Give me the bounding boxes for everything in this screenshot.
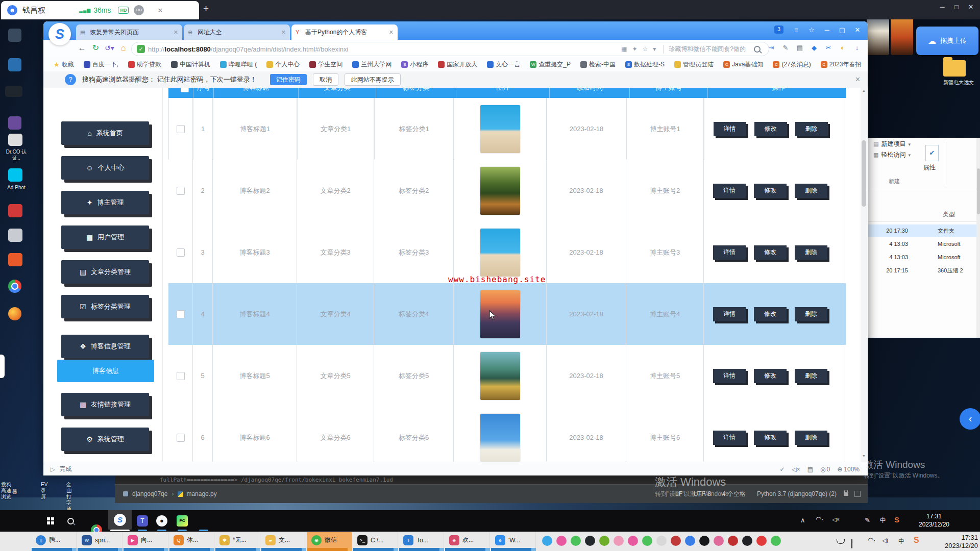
bookmark-item[interactable]: S小程序 (401, 60, 428, 69)
tray-app-icon[interactable] (571, 536, 581, 546)
file-row[interactable]: 4 13:03Microsoft (868, 238, 976, 250)
detail-button[interactable]: 详情 (713, 245, 746, 260)
edit-button[interactable]: 修改 (754, 307, 787, 321)
bookmark-item[interactable]: S数据处理-S (625, 60, 665, 69)
detail-button[interactable]: 详情 (713, 307, 746, 321)
download-icon[interactable]: ↓ (850, 44, 864, 52)
theme-icon[interactable]: ◐ (836, 44, 850, 52)
desktop-icon-drco[interactable] (8, 134, 22, 146)
firefox-desktop-icon[interactable] (8, 307, 21, 320)
detail-button[interactable]: 详情 (713, 369, 746, 383)
taskbar-app-4[interactable]: Q体... (169, 532, 214, 548)
sidebar-item-user[interactable]: ☺个人中心 (61, 156, 149, 180)
sidebar-item-system[interactable]: ⚙系统管理 (61, 428, 149, 451)
desktop-icon-adphot[interactable] (8, 168, 22, 182)
sidebar-item-article-category[interactable]: ▤文章分类管理 (61, 260, 149, 284)
app-window-strip[interactable] (169, 548, 214, 551)
bookmark-item[interactable]: 国家开放大 (438, 60, 477, 69)
sogou-browser-logo[interactable]: S (48, 23, 71, 45)
bookmark-item[interactable]: W查重提交_P (530, 60, 571, 69)
sogou-ime-icon[interactable]: S (894, 515, 899, 524)
tab-close-icon[interactable]: ✕ (174, 29, 178, 36)
speaker-tray-icon[interactable]: ◁) (882, 537, 888, 544)
detail-button[interactable]: 详情 (713, 431, 746, 445)
bookmark-item[interactable]: CJava基础知 (723, 60, 763, 69)
delete-button[interactable]: 删除 (795, 245, 827, 260)
tab-close-icon[interactable]: ✕ (281, 29, 286, 36)
detail-button[interactable]: 详情 (714, 122, 746, 136)
bookmark-item[interactable]: 个人中心 (266, 60, 300, 69)
scroll-up-icon[interactable]: ▲ (862, 89, 866, 92)
tray-app-icon[interactable] (685, 536, 695, 546)
app-window-strip[interactable] (78, 548, 122, 551)
taskbar-app-1[interactable]: ▯腾... (32, 532, 77, 548)
qr-code-icon[interactable]: ▦ (621, 45, 627, 53)
row-checkbox[interactable] (177, 372, 185, 380)
ru-badge[interactable]: RU (134, 5, 144, 15)
edge-slider-handle[interactable] (0, 355, 5, 378)
app-window-strip[interactable] (445, 548, 490, 551)
table-scrollbar[interactable]: ▲ ▼ (861, 88, 867, 462)
bookmark-item[interactable]: 哔哩哔哩 ( (220, 60, 257, 69)
reading-list-icon[interactable]: ▤ (793, 44, 807, 52)
sidebar-item-tag-category[interactable]: ☑标签分类管理 (61, 295, 149, 318)
taskbar-app-2[interactable]: Wspri... (78, 532, 122, 548)
edit-button[interactable]: 修改 (754, 431, 787, 445)
sidebar-item-users-grid[interactable]: ▦用户管理 (61, 226, 149, 249)
mute-icon[interactable]: ◁× (792, 466, 800, 473)
browser-tab[interactable]: ▤恢复异常关闭页面✕ (76, 24, 182, 40)
bookmark-item[interactable]: 文心一言 (487, 60, 520, 69)
tray-app-icon[interactable] (656, 536, 667, 546)
pycharm-taskbar-icon[interactable]: PC (177, 515, 188, 527)
new-session-tab-button[interactable]: + (203, 3, 209, 14)
delete-button[interactable]: 删除 (795, 431, 827, 445)
delete-button[interactable]: 删除 (795, 184, 827, 198)
app-window-strip[interactable] (491, 548, 536, 551)
tab-close-icon[interactable]: ✕ (389, 29, 394, 36)
tray-app-icon[interactable] (599, 536, 609, 546)
row-checkbox[interactable] (177, 125, 185, 133)
edit-button[interactable]: 修改 (754, 369, 787, 383)
host-taskbar-clock[interactable]: 17:31 2023/12/20 (935, 534, 978, 550)
favorites-icon[interactable]: ☆ (804, 26, 819, 34)
tray-app-icon[interactable] (628, 536, 638, 546)
maximize-icon[interactable]: □ (949, 3, 964, 11)
browser-tab[interactable]: ⊕网址大全✕ (184, 24, 290, 40)
bookmark-item[interactable]: 检索-中国 (580, 60, 616, 69)
properties-icon[interactable]: ✔ (925, 145, 939, 161)
tray-app-icon[interactable] (756, 536, 767, 546)
tray-app-icon[interactable] (742, 536, 752, 546)
print-icon[interactable]: ▤ (807, 466, 813, 473)
desktop-icon[interactable] (8, 58, 21, 71)
desktop-icon[interactable] (8, 29, 21, 42)
tray-app-icon[interactable] (771, 536, 781, 546)
chevron-down-icon[interactable]: ▾ (653, 45, 656, 53)
ime-indicator[interactable]: 中 (880, 516, 886, 525)
edit-icon[interactable]: ✎ (778, 44, 793, 52)
ad-block-counter[interactable]: ◎ 0 (820, 466, 830, 473)
breadcrumb-file[interactable]: manage.py (186, 490, 216, 497)
address-bar[interactable]: ✓ http://localhost:8080/djangoq07qe/admi… (131, 42, 769, 56)
taskbar-search-icon[interactable] (67, 518, 74, 524)
explorer-scrollbar[interactable] (976, 138, 980, 338)
drag-upload-panel[interactable]: ☁ 拖拽上传 (916, 27, 978, 55)
search-suggestion[interactable]: 珍藏博和微信不能同食?做的 (663, 45, 746, 54)
bookmark-item[interactable]: 兰州大学网 (352, 60, 391, 69)
status-interpreter[interactable]: Python 3.7 (djangoq07qe) (2) (757, 490, 837, 497)
file-row[interactable]: 4 13:03Microsoft (868, 251, 976, 263)
edit-button[interactable]: 修改 (754, 184, 787, 198)
file-row[interactable]: 20 17:15360压缩 2 (868, 264, 976, 277)
browser-minimize-icon[interactable]: ─ (819, 26, 835, 34)
taskbar-app-10[interactable]: ◈欢... (445, 532, 490, 548)
app-window-strip[interactable] (261, 548, 306, 551)
taskbar-app-9[interactable]: TTo... (399, 532, 444, 548)
desktop-icon[interactable] (8, 116, 21, 130)
sogou-taskbar-icon-active[interactable]: S (108, 510, 132, 530)
desktop-icon[interactable] (8, 229, 22, 242)
explorer-menu-newitem[interactable]: ▤ 新建项目 ▾ (868, 138, 980, 148)
bookmark-item[interactable]: C(27条消息) (773, 60, 811, 69)
chrome-desktop-icon[interactable] (8, 280, 21, 293)
tray-app-icon[interactable] (728, 536, 738, 546)
search-icon[interactable] (754, 46, 761, 53)
bookmark-item[interactable]: 学生空间 (309, 60, 342, 69)
